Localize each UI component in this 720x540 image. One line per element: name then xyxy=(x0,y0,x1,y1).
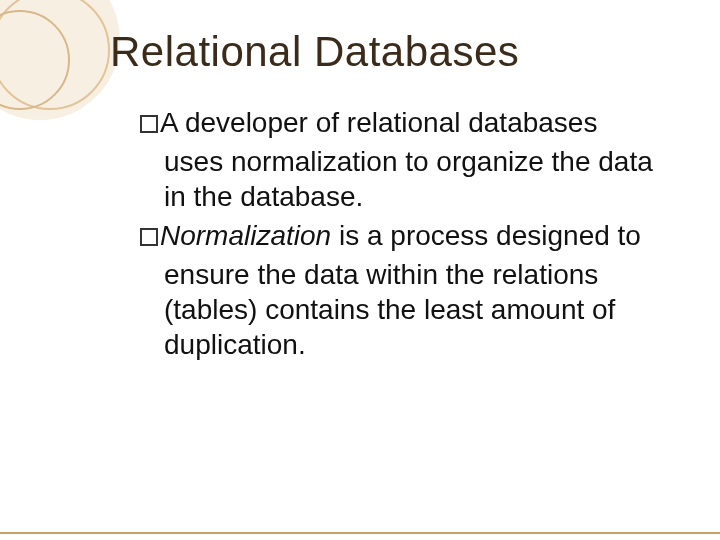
bottom-divider xyxy=(0,532,720,534)
slide-title: Relational Databases xyxy=(110,28,519,76)
bullet-1-cont: uses normalization to organize the data … xyxy=(140,144,660,214)
corner-decoration xyxy=(0,0,120,120)
bullet-1: A developer of relational databases xyxy=(140,105,660,140)
bullet-2-rest: is a process designed to xyxy=(331,220,641,251)
slide-body: A developer of relational databases uses… xyxy=(140,105,660,366)
deco-ring-inner xyxy=(0,10,70,110)
bullet-box-icon xyxy=(140,228,158,246)
bullet-2: Normalization is a process designed to xyxy=(140,218,660,253)
deco-ring-outer xyxy=(0,0,110,110)
bullet-2-lead: Normalization xyxy=(160,220,331,251)
slide: Relational Databases A developer of rela… xyxy=(0,0,720,540)
bullet-box-icon xyxy=(140,115,158,133)
bullet-1-lead: A xyxy=(160,107,177,138)
bullet-2-cont: ensure the data within the relations (ta… xyxy=(140,257,660,362)
bullet-1-rest: developer of relational databases xyxy=(177,107,597,138)
deco-circle-fill xyxy=(0,0,120,120)
